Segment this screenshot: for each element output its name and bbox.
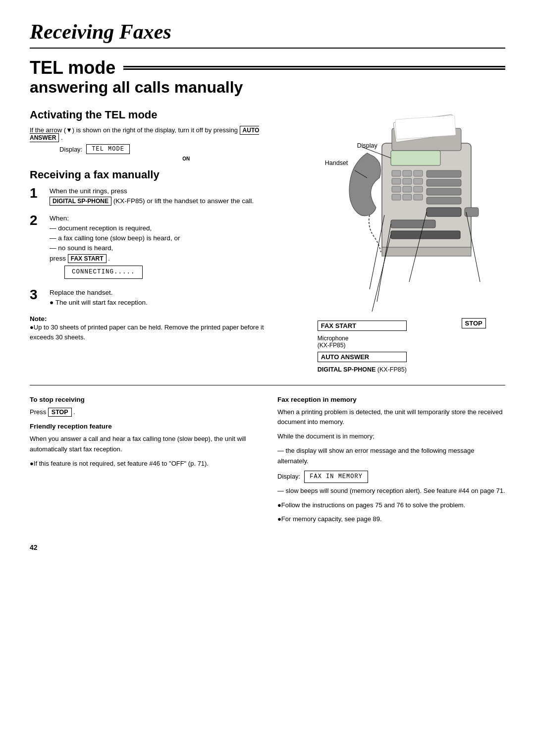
title-rule — [30, 48, 505, 49]
step-2: 2 When: — document reception is required… — [30, 214, 283, 281]
step-2-bullet3: — no sound is heard, — [50, 244, 113, 252]
display-label: Display: — [59, 146, 82, 153]
step-3-number: 3 — [30, 288, 44, 302]
right-column: Display Handset FAX START Microphone (KX… — [298, 108, 506, 373]
double-rule — [123, 66, 505, 70]
step-1-text2: (KX-FP85) or lift the handset to answer … — [113, 197, 254, 205]
fax-memory-bullet3: ●Follow the instructions on pages 75 and… — [277, 500, 505, 511]
digital-sp-phone-diagram-label: DIGITAL SP-PHONE (KX-FP85) — [318, 366, 407, 373]
fax-memory-bullet2: — slow beeps will sound (memory receptio… — [277, 486, 505, 496]
on-label: ON — [89, 156, 283, 162]
fax-memory-display-value: FAX IN MEMORY — [304, 471, 368, 483]
bottom-section: To stop receiving Press STOP . Friendly … — [30, 394, 505, 529]
step-3-text1: Replace the handset. — [50, 289, 113, 296]
note-bullet1: ●Up to 30 sheets of printed paper can be… — [30, 324, 264, 341]
fax-memory-bullet4: ●For memory capacity, see page 89. — [277, 514, 505, 525]
step-2-content: When: — document reception is required, … — [50, 214, 283, 281]
step-2-number: 2 — [30, 214, 44, 227]
auto-answer-diagram-label: AUTO ANSWER — [318, 352, 407, 362]
activating-section: Activating the TEL mode If the arrow (▼)… — [30, 108, 283, 162]
activating-intro: If the arrow (▼) is shown on the right o… — [30, 126, 283, 141]
tel-mode-sub: answering all calls manually — [30, 78, 505, 97]
page-number: 42 — [30, 543, 505, 551]
main-content: Activating the TEL mode If the arrow (▼)… — [30, 108, 505, 373]
step-2-bullet1: — document reception is required, — [50, 224, 152, 232]
step-3-bullet1: ● The unit will start fax reception. — [50, 299, 148, 306]
friendly-heading: Friendly reception feature — [30, 421, 258, 432]
to-stop-text: Press STOP . — [30, 407, 258, 418]
to-stop-heading: To stop receiving — [30, 394, 258, 405]
step-1-text1: When the unit rings, press — [50, 187, 127, 195]
tel-mode-display-row: Display: TEL MODE — [59, 144, 283, 154]
diagram-label-overlay: Display Handset — [318, 120, 486, 328]
connecting-display: CONNECTING..... — [64, 266, 143, 279]
step-1: 1 When the unit rings, press DIGITAL SP-… — [30, 186, 283, 207]
fax-memory-display-label: Display: — [277, 472, 300, 482]
friendly-bullet: ●If this feature is not required, set fe… — [30, 459, 258, 469]
digital-sp-phone-key: DIGITAL SP-PHONE — [50, 197, 111, 206]
friendly-text: When you answer a call and hear a fax ca… — [30, 434, 258, 455]
step-3: 3 Replace the handset. ● The unit will s… — [30, 288, 283, 308]
note-section: Note: ●Up to 30 sheets of printed paper … — [30, 315, 283, 342]
fax-memory-bullet1: — the display will show an error message… — [277, 446, 505, 467]
tel-mode-title: TEL mode — [30, 57, 115, 78]
fax-memory-text2: While the document is in memory; — [277, 432, 505, 442]
tel-mode-heading: TEL mode — [30, 57, 505, 78]
tel-mode-display-value: TEL MODE — [86, 144, 130, 154]
activating-heading: Activating the TEL mode — [30, 108, 283, 121]
fax-start-key: FAX START — [68, 254, 107, 263]
left-column: Activating the TEL mode If the arrow (▼)… — [30, 108, 283, 373]
step-2-text1: When: — [50, 215, 69, 222]
bottom-rule — [30, 385, 505, 385]
step-3-content: Replace the handset. ● The unit will sta… — [50, 288, 283, 308]
step-1-number: 1 — [30, 186, 44, 200]
bottom-left: To stop receiving Press STOP . Friendly … — [30, 394, 258, 529]
fax-memory-text1: When a printing problem is detected, the… — [277, 407, 505, 428]
bottom-right: Fax reception in memory When a printing … — [277, 394, 505, 529]
fax-memory-heading: Fax reception in memory — [277, 394, 505, 405]
steps-section: 1 When the unit rings, press DIGITAL SP-… — [30, 186, 283, 308]
display-diagram-label: Display — [357, 142, 377, 149]
receiving-heading: Receiving a fax manually — [30, 168, 283, 181]
note-heading: Note: — [30, 315, 47, 323]
handset-diagram-label: Handset — [325, 160, 348, 166]
stop-key: STOP — [48, 408, 72, 417]
fax-diagram: Display Handset FAX START Microphone (KX… — [318, 113, 486, 373]
microphone-diagram-label: Microphone (KX-FP85) — [318, 335, 407, 349]
step-1-content: When the unit rings, press DIGITAL SP-PH… — [50, 186, 283, 207]
step-2-bullet2: — a fax calling tone (slow beep) is hear… — [50, 234, 180, 242]
activating-intro-text: If the arrow (▼) is shown on the right o… — [30, 126, 238, 134]
page-title: Receiving Faxes — [30, 20, 505, 44]
fax-in-memory-display-row: Display: FAX IN MEMORY — [277, 471, 505, 483]
step-2-text2: press — [50, 255, 66, 262]
